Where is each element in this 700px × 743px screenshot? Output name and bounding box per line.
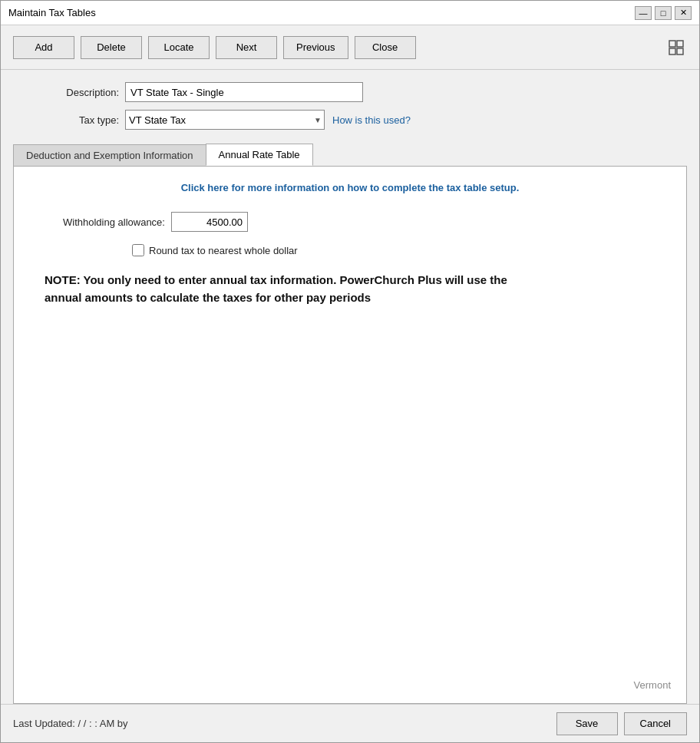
withholding-input[interactable] bbox=[171, 212, 248, 232]
last-updated-value: / / : : AM by bbox=[78, 718, 128, 729]
tax-type-row: Tax type: VT State Tax ▼ How is this use… bbox=[19, 110, 681, 130]
checkbox-row: Round tax to nearest whole dollar bbox=[132, 244, 668, 256]
tab-annual-rate[interactable]: Annual Rate Table bbox=[206, 144, 313, 166]
tabs-area: Deduction and Exemption Information Annu… bbox=[13, 144, 687, 704]
tax-type-container: VT State Tax ▼ How is this used? bbox=[125, 110, 411, 130]
withholding-row: Withholding allowance: bbox=[63, 212, 668, 232]
toolbar: Add Delete Locate Next Previous Close bbox=[1, 25, 699, 70]
tab-header: Deduction and Exemption Information Annu… bbox=[13, 144, 687, 166]
tax-type-label: Tax type: bbox=[19, 114, 119, 126]
description-label: Description: bbox=[19, 87, 119, 98]
locate-button[interactable]: Locate bbox=[148, 36, 210, 59]
form-section: Description: Tax type: VT State Tax ▼ Ho… bbox=[1, 70, 699, 144]
title-bar: Maintain Tax Tables — □ ✕ bbox=[1, 1, 699, 25]
bottom-buttons: Save Cancel bbox=[556, 712, 687, 735]
minimize-button[interactable]: — bbox=[635, 6, 652, 20]
svg-rect-1 bbox=[677, 41, 683, 47]
svg-rect-3 bbox=[677, 48, 683, 54]
close-button[interactable]: ✕ bbox=[675, 6, 692, 20]
title-controls: — □ ✕ bbox=[635, 6, 692, 20]
svg-rect-2 bbox=[669, 48, 675, 54]
note-text: NOTE: You only need to enter annual tax … bbox=[45, 272, 520, 306]
tax-type-select-wrapper: VT State Tax ▼ bbox=[125, 110, 325, 130]
grid-view-icon[interactable] bbox=[665, 37, 687, 58]
main-window: Maintain Tax Tables — □ ✕ Add Delete Loc… bbox=[0, 0, 700, 743]
last-updated-label: Last Updated: bbox=[13, 718, 75, 729]
previous-button[interactable]: Previous bbox=[283, 36, 348, 59]
withholding-label: Withholding allowance: bbox=[63, 216, 165, 228]
tax-type-select[interactable]: VT State Tax bbox=[125, 110, 325, 130]
toolbar-close-button[interactable]: Close bbox=[355, 36, 416, 59]
next-button[interactable]: Next bbox=[216, 36, 277, 59]
window-title: Maintain Tax Tables bbox=[8, 7, 96, 18]
info-link[interactable]: Click here for more information on how t… bbox=[32, 182, 668, 193]
cancel-button[interactable]: Cancel bbox=[624, 712, 687, 735]
maximize-button[interactable]: □ bbox=[655, 6, 672, 20]
last-updated: Last Updated: / / : : AM by bbox=[13, 718, 128, 729]
save-button[interactable]: Save bbox=[556, 712, 618, 735]
description-row: Description: bbox=[19, 82, 681, 102]
add-button[interactable]: Add bbox=[13, 36, 74, 59]
tab-deduction[interactable]: Deduction and Exemption Information bbox=[13, 144, 206, 166]
description-input[interactable] bbox=[125, 82, 363, 102]
round-tax-checkbox[interactable] bbox=[132, 244, 144, 256]
tab-content-annual-rate: Click here for more information on how t… bbox=[13, 166, 687, 704]
delete-button[interactable]: Delete bbox=[81, 36, 142, 59]
bottom-bar: Last Updated: / / : : AM by Save Cancel bbox=[1, 704, 699, 742]
state-label: Vermont bbox=[634, 679, 671, 691]
round-tax-label: Round tax to nearest whole dollar bbox=[149, 245, 298, 256]
help-link[interactable]: How is this used? bbox=[332, 114, 411, 126]
svg-rect-0 bbox=[669, 41, 675, 47]
